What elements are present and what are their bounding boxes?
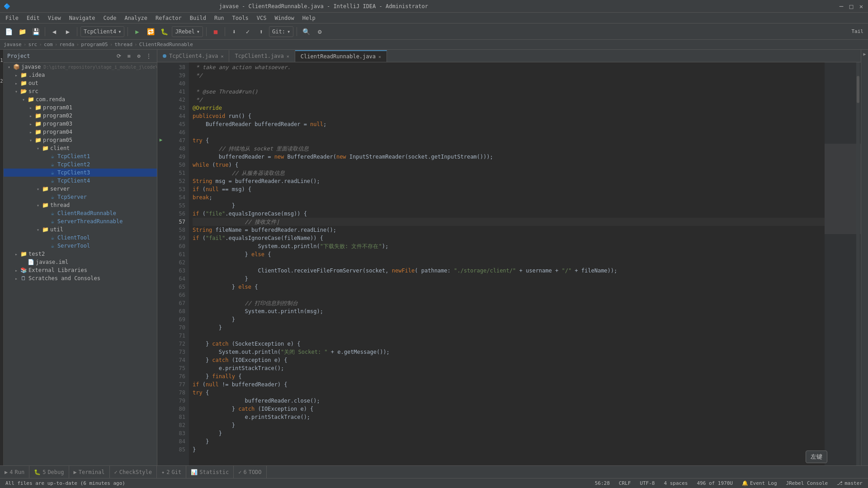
bottom-tab-todo[interactable]: ✓ 6 TODO [234, 466, 266, 479]
open-btn[interactable]: 📁 [16, 26, 28, 38]
bottom-tab-statistic[interactable]: 📊 Statistic [186, 466, 234, 479]
tab-tcpclient4[interactable]: TcpClient4.java ✕ [157, 50, 229, 62]
stop-btn[interactable]: ■ [210, 26, 222, 38]
scrollbar-thumb[interactable] [857, 76, 859, 103]
code-editor[interactable]: * take any action whatsoever. */ * @see … [189, 62, 825, 465]
close-button[interactable]: ✕ [858, 3, 864, 9]
menu-view[interactable]: View [44, 14, 65, 22]
search-btn[interactable]: 🔍 [300, 26, 312, 38]
minimize-button[interactable]: ─ [838, 3, 844, 9]
breadcrumb-renda[interactable]: renda [59, 42, 74, 47]
menu-window[interactable]: Window [271, 14, 297, 22]
menu-analyze[interactable]: Analyze [121, 14, 151, 22]
menu-tools[interactable]: Tools [229, 14, 252, 22]
menu-run[interactable]: Run [211, 14, 228, 22]
tab-clientreadrunnable[interactable]: ClientReadRunnable.java ✕ [295, 50, 387, 62]
sidebar-item-javase[interactable]: ▾ 📦 javase D:\gitee_repository\stage_i_m… [4, 63, 157, 71]
status-indent[interactable]: 4 spaces [662, 479, 689, 488]
sidebar-item-idea[interactable]: ▸ 📁 .idea [4, 71, 157, 79]
sidebar-item-tcpclient2[interactable]: ▸ ☕ TcpClient2 [4, 160, 157, 169]
breadcrumb-com[interactable]: com [44, 42, 53, 47]
bottom-tab-git[interactable]: ✦ 2 Git [157, 466, 186, 479]
sidebar-item-comrenda[interactable]: ▾ 📁 com.renda [4, 95, 157, 103]
tab-close-btn[interactable]: ✕ [221, 54, 223, 59]
settings-icon[interactable]: ⚙ [134, 52, 143, 61]
status-lineending[interactable]: CRLF [617, 479, 633, 488]
sidebar-item-tcpclient4[interactable]: ▸ ☕ TcpClient4 [4, 177, 157, 185]
settings-btn[interactable]: ⚙ [314, 26, 326, 38]
git-push-btn[interactable]: ⬆ [255, 26, 267, 38]
new-file-btn[interactable]: 📄 [3, 26, 14, 38]
git-commit-btn[interactable]: ✓ [242, 26, 254, 38]
sidebar-item-tcpclient3[interactable]: ▸ ☕ TcpClient3 [4, 169, 157, 177]
scrollbar[interactable] [856, 62, 860, 465]
menu-build[interactable]: Build [186, 14, 210, 22]
run-coverage-btn[interactable]: 🔁 [145, 26, 156, 38]
sidebar-item-test2[interactable]: ▸ 📁 test2 [4, 250, 157, 258]
sidebar-item-tcpclient1[interactable]: ▸ ☕ TcpClient1 [4, 152, 157, 160]
status-eventlog[interactable]: 🔔 Event Log [740, 479, 779, 488]
save-btn[interactable]: 💾 [30, 26, 42, 38]
sidebar-item-out[interactable]: ▸ 📁 out [4, 79, 157, 87]
bottom-tab-terminal[interactable]: ▶ Terminal [69, 466, 110, 479]
menu-code[interactable]: Code [100, 14, 120, 22]
sidebar-item-serverthreadrun[interactable]: ▸ ☕ ServerThreadRunnable [4, 217, 157, 225]
status-jrebel[interactable]: JRebel Console [784, 479, 830, 488]
bottom-tab-run[interactable]: ▶ 4 Run [0, 466, 29, 479]
status-charset[interactable]: UTF-8 [638, 479, 656, 488]
sync-btn[interactable]: ⟳ [114, 52, 123, 61]
build-btn[interactable]: ▶ [131, 26, 143, 38]
sidebar-item-clientread[interactable]: ▸ ☕ ClientReadRunnable [4, 209, 157, 217]
maximize-button[interactable]: □ [848, 3, 854, 9]
gutter-breakpoint[interactable] [157, 144, 165, 152]
right-panel-icon1[interactable]: ▶ [863, 52, 866, 56]
breadcrumb-program05[interactable]: program05 [81, 42, 108, 47]
sidebar-item-thread[interactable]: ▾ 📁 thread [4, 201, 157, 209]
more-btn[interactable]: ⋮ [144, 52, 153, 61]
bottom-tab-checkstyle[interactable]: ✓ CheckStyle [110, 466, 157, 479]
tail-btn[interactable]: Tail [850, 26, 866, 38]
sidebar-item-servertool[interactable]: ▸ ☕ ServerTool [4, 242, 157, 250]
collapse-btn[interactable]: ≡ [124, 52, 133, 61]
sidebar-item-prog04[interactable]: ▸ 📁 program04 [4, 128, 157, 136]
jrebel-dropdown[interactable]: JRebel ▾ [172, 26, 203, 37]
sidebar-item-src[interactable]: ▾ 📂 src [4, 87, 157, 95]
gutter-run-icon[interactable]: ▶ [157, 136, 165, 144]
popup-hint-text: 左键 [811, 453, 822, 460]
sidebar-item-prog03[interactable]: ▸ 📁 program03 [4, 120, 157, 128]
sidebar-item-clienttool[interactable]: ▸ ☕ ClientTool [4, 234, 157, 242]
forward-btn[interactable]: ▶ [62, 26, 74, 38]
breadcrumb-thread[interactable]: thread [114, 42, 132, 47]
sidebar-item-util[interactable]: ▾ 📁 util [4, 225, 157, 234]
tab-close-btn[interactable]: ✕ [378, 54, 381, 59]
project-dropdown[interactable]: TcpClient4 ▾ [80, 26, 124, 37]
back-btn[interactable]: ◀ [48, 26, 60, 38]
sidebar-item-extlibs[interactable]: ▸ 📚 External Libraries [4, 266, 157, 274]
breadcrumb-javase[interactable]: javase [4, 42, 22, 47]
status-master[interactable]: ⎇ master [835, 479, 864, 488]
debug-btn[interactable]: 🐛 [158, 26, 170, 38]
sidebar-item-javaseml[interactable]: ▸ 📄 javase.iml [4, 258, 157, 266]
menu-navigate[interactable]: Navigate [66, 14, 99, 22]
menu-file[interactable]: File [2, 14, 22, 22]
sidebar-item-prog02[interactable]: ▸ 📁 program02 [4, 112, 157, 120]
menu-help[interactable]: Help [299, 14, 319, 22]
sidebar-item-prog05[interactable]: ▾ 📁 program05 [4, 136, 157, 144]
menu-refactor[interactable]: Refactor [152, 14, 185, 22]
tab-close-btn[interactable]: ✕ [287, 54, 289, 59]
tab-tcpclient1[interactable]: TcpClient1.java ✕ [229, 50, 295, 62]
menu-vcs[interactable]: VCS [253, 14, 270, 22]
sidebar-item-tcpserver[interactable]: ▸ ☕ TcpServer [4, 193, 157, 201]
sidebar-item-scratches[interactable]: ▸ 🗒 Scratches and Consoles [4, 274, 157, 282]
sidebar-item-client[interactable]: ▾ 📁 client [4, 144, 157, 152]
breadcrumb-src[interactable]: src [28, 42, 37, 47]
sidebar-item-prog01[interactable]: ▸ 📁 program01 [4, 103, 157, 112]
git-update-btn[interactable]: ⬇ [228, 26, 240, 38]
status-linecount[interactable]: 496 of 1970U [695, 479, 734, 488]
status-position[interactable]: 56:28 [593, 479, 612, 488]
bottom-tab-debug[interactable]: 🐛 5 Debug [29, 466, 69, 479]
git-dropdown[interactable]: Git: ▾ [269, 26, 293, 37]
breadcrumb-clientreadrunnable[interactable]: ClientReadRunnable [139, 42, 193, 47]
sidebar-item-server[interactable]: ▾ 📁 server [4, 185, 157, 193]
menu-edit[interactable]: Edit [23, 14, 43, 22]
